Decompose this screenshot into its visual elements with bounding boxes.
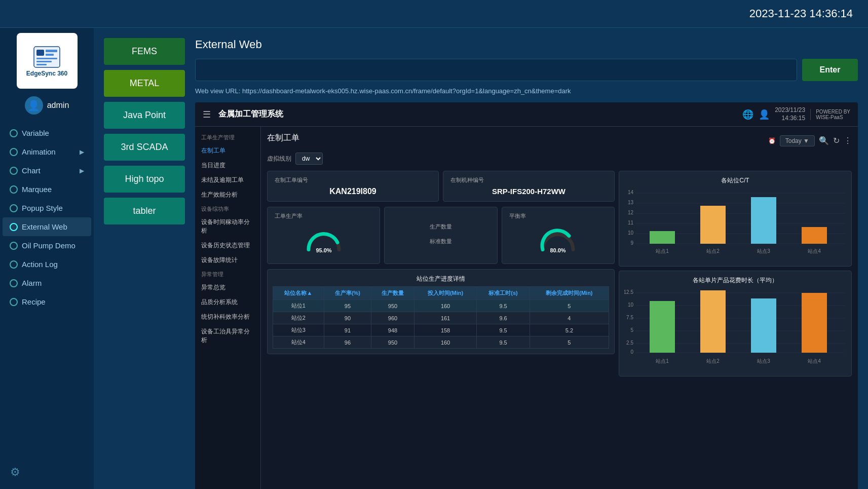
- sidebar-item-recipe[interactable]: Recipe: [3, 292, 91, 311]
- sidebar-buttons: FEMS METAL Java Point 3rd SCADA High top…: [104, 38, 185, 224]
- svg-text:站点1: 站点1: [656, 358, 669, 364]
- table-row: 站位4969501609.55: [273, 336, 609, 349]
- svg-text:站点3: 站点3: [757, 248, 770, 254]
- svg-text:12.5: 12.5: [624, 289, 633, 295]
- metal-button[interactable]: METAL: [104, 70, 185, 97]
- sidebar-item-alarm[interactable]: Alarm: [3, 274, 91, 292]
- dash-sidebar-item-shengchan[interactable]: 生产效能分析: [195, 187, 260, 202]
- table-cell: 96: [324, 336, 371, 349]
- kpi-card-production-rate: 工单生产率 95.0%: [267, 207, 380, 264]
- chart2-card: 各站单片产品花费时长（平均） 12.5 10 7.5 5 2.5 0: [619, 271, 852, 377]
- bar-chart1-4: [802, 227, 827, 244]
- sidebar-item-chart[interactable]: Chart▶: [3, 161, 91, 180]
- sidebar-item-animation[interactable]: Animation▶: [3, 142, 91, 161]
- dash-main-area: 在制工单 ⏰ Today ▼ 🔍 ↻ ⋮ 虚拟线别 dw: [261, 127, 858, 489]
- search-icon[interactable]: 🔍: [819, 136, 829, 145]
- svg-text:10: 10: [628, 230, 634, 236]
- svg-text:站点1: 站点1: [656, 248, 669, 254]
- table-cell: 91: [324, 324, 371, 336]
- sidebar-item-label-animation: Animation: [22, 147, 76, 156]
- sidebar-item-oil-pump-demo[interactable]: Oil Pump Demo: [3, 236, 91, 255]
- kpi-row-middle: 工单生产率 95.0%: [267, 207, 615, 264]
- topbar: 2023-11-23 14:36:14: [0, 0, 868, 28]
- kpi-label-1: 在制工单编号: [275, 176, 431, 184]
- sidebar-item-external-web[interactable]: External Web: [3, 217, 91, 236]
- nav-dot-marquee: [10, 185, 18, 194]
- sidebar-item-label-marquee: Marquee: [22, 185, 84, 194]
- nav-dot-animation: [10, 148, 18, 156]
- table-row: 站位1959501609.55: [273, 300, 609, 312]
- table-cell: 5: [530, 336, 609, 349]
- table-cell: 95: [324, 300, 371, 312]
- left-column: 在制工单编号 KAN219I809 在制机种编号 SRP-IFS200-H72W…: [267, 171, 615, 377]
- sidebar-item-label-chart: Chart: [22, 166, 76, 175]
- filter-label: 虚拟线别: [267, 155, 291, 163]
- filter-right: ⏰ Today ▼ 🔍 ↻ ⋮: [768, 135, 852, 146]
- dash-sidebar-section-1: 工单生产管理: [195, 131, 260, 143]
- dash-sidebar-item-zaizhi[interactable]: 在制工单: [195, 143, 260, 158]
- nav-dot-alarm: [10, 279, 18, 287]
- svg-text:13: 13: [628, 200, 634, 205]
- sidebar-item-label-oil-pump-demo: Oil Pump Demo: [22, 241, 84, 250]
- dash-sidebar-item-yichang4[interactable]: 设备工治具异常分析: [195, 324, 260, 348]
- svg-text:80.0%: 80.0%: [550, 247, 566, 253]
- table-cell: 站位4: [273, 336, 324, 349]
- settings-icon[interactable]: ⚙: [10, 466, 20, 479]
- 3rd-scada-button[interactable]: 3rd SCADA: [104, 134, 185, 161]
- external-web-panel: External Web Enter Web view URL: https:/…: [195, 38, 858, 489]
- sidebar-item-label-external-web: External Web: [22, 222, 84, 231]
- right-charts: 各站位C/T 14 13 12 11 10 9: [619, 171, 852, 377]
- table-row: 站位3919481589.55.2: [273, 324, 609, 336]
- svg-text:95.0%: 95.0%: [316, 247, 331, 253]
- svg-text:0: 0: [630, 349, 633, 355]
- dash-sidebar-item-weijie[interactable]: 未结及逾期工单: [195, 173, 260, 187]
- more-icon[interactable]: ⋮: [844, 136, 852, 145]
- sidebar-item-marquee[interactable]: Marquee: [3, 180, 91, 199]
- gauge-production: 95.0%: [275, 223, 372, 258]
- today-button[interactable]: Today ▼: [780, 135, 815, 146]
- menu-icon[interactable]: ☰: [203, 109, 211, 120]
- bar-chart1-3: [751, 197, 776, 244]
- high-topo-button[interactable]: High topo: [104, 166, 185, 193]
- page-title: External Web: [195, 38, 858, 51]
- kpi-card-order-num: 在制工单编号 KAN219I809: [267, 171, 439, 202]
- table-cell: 站位3: [273, 324, 324, 336]
- svg-text:9: 9: [630, 240, 633, 246]
- dash-sidebar-item-yichang1[interactable]: 异常总览: [195, 280, 260, 295]
- filter-select[interactable]: dw: [295, 153, 323, 165]
- dash-sidebar-item-dangri[interactable]: 当日进度: [195, 158, 260, 173]
- dash-sidebar-item-yichang2[interactable]: 品质分析系统: [195, 295, 260, 310]
- sidebar-item-action-log[interactable]: Action Log: [3, 255, 91, 274]
- col-header-remain: 剩余完成时间(Min): [530, 287, 609, 300]
- datetime-display: 2023-11-23 14:36:14: [749, 7, 853, 20]
- username: admin: [47, 101, 69, 110]
- dash-sidebar-section-3: 异常管理: [195, 268, 260, 280]
- dash-sidebar-item-shebei3[interactable]: 设备故障统计: [195, 253, 260, 268]
- chart2-title: 各站单片产品花费时长（平均）: [624, 276, 846, 285]
- table-cell: 站位2: [273, 312, 324, 324]
- svg-text:5: 5: [630, 327, 633, 333]
- logo: EdgeSync 360: [17, 33, 78, 89]
- java-point-button[interactable]: Java Point: [104, 102, 185, 129]
- nav-dot-chart: [10, 167, 18, 175]
- kpi-label-2: 在制机种编号: [450, 176, 607, 184]
- sidebar-item-popup-style[interactable]: Popup Style: [3, 199, 91, 217]
- refresh-icon[interactable]: ↻: [833, 136, 840, 145]
- enter-button[interactable]: Enter: [802, 59, 858, 81]
- kpi-label-balance: 平衡率: [509, 212, 607, 220]
- table-cell: 950: [371, 300, 414, 312]
- sidebar-item-variable[interactable]: Variable: [3, 124, 91, 142]
- sidebar-item-label-variable: Variable: [22, 129, 84, 137]
- svg-text:2.5: 2.5: [626, 340, 633, 346]
- kpi-label-std: 标准数量: [430, 238, 452, 245]
- tabler-button[interactable]: tabler: [104, 198, 185, 224]
- arrow-icon-animation: ▶: [80, 148, 84, 156]
- dash-header: ☰ 金属加工管理系统 🌐 👤 2023/11/2314:36:15 POWERE…: [195, 102, 858, 127]
- bar-chart2-3: [751, 298, 776, 353]
- dash-sidebar-item-shebei2[interactable]: 设备历史状态管理: [195, 238, 260, 253]
- dash-sidebar-item-shebei1[interactable]: 设备时间稼动率分析: [195, 215, 260, 238]
- fems-button[interactable]: FEMS: [104, 38, 185, 65]
- dash-sidebar-item-yichang3[interactable]: 统切补科效率分析: [195, 310, 260, 324]
- url-input[interactable]: [195, 59, 797, 81]
- powered-by: POWERED BYWISE-PaaS: [810, 109, 850, 120]
